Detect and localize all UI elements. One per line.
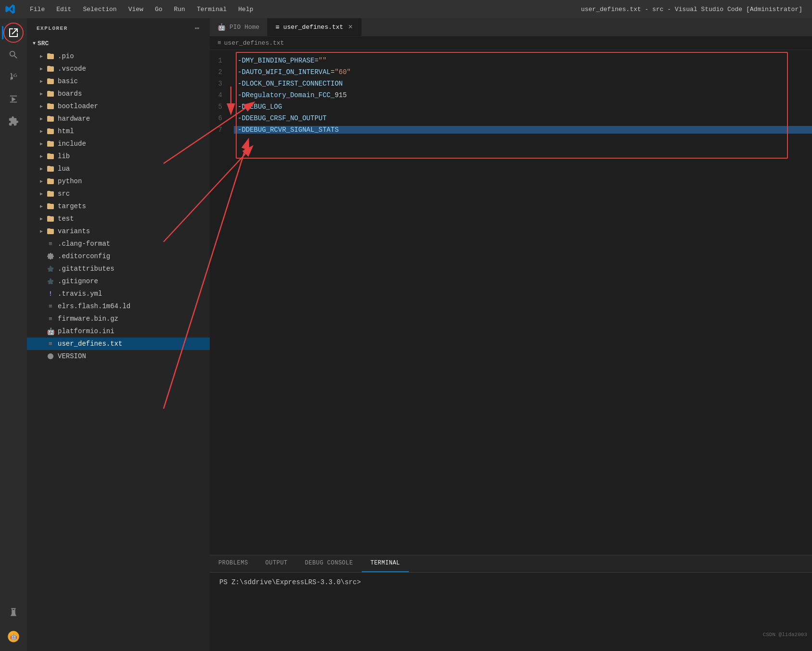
code-line-2: 2-DAUTO_WIFI_ON_INTERVAL="60" bbox=[210, 66, 812, 78]
menu-terminal[interactable]: Terminal bbox=[192, 4, 231, 15]
tree-item-label: platformio.ini bbox=[58, 327, 114, 335]
sidebar-root-src[interactable]: ▼ SRC bbox=[27, 37, 210, 50]
tree-item-label: targets bbox=[58, 202, 86, 210]
run-debug-activity-icon[interactable] bbox=[3, 88, 24, 110]
tab-close-icon[interactable]: × bbox=[347, 23, 354, 32]
sidebar-item-basic[interactable]: ▶basic bbox=[27, 75, 210, 88]
tree-item-label: elrs.flash.1m64.ld bbox=[58, 302, 130, 310]
tree-arrow-icon: ▶ bbox=[37, 126, 46, 136]
panel-tab-output[interactable]: OUTPUT bbox=[257, 555, 296, 572]
code-line-7: 7-DDEBUG_RCVR_SIGNAL_STATS bbox=[210, 124, 812, 136]
sidebar-item-bootloader[interactable]: ▶bootloader bbox=[27, 100, 210, 113]
tree-item-label: test bbox=[58, 215, 74, 223]
sidebar-item-boards[interactable]: ▶boards bbox=[27, 88, 210, 100]
sidebar-item-user-defines-txt[interactable]: ≡user_defines.txt bbox=[27, 338, 210, 350]
sidebar-item--vscode[interactable]: ▶.vscode bbox=[27, 63, 210, 75]
tree-file-icon bbox=[46, 177, 55, 186]
code-lines: 1-DMY_BINDING_PHRASE=""2-DAUTO_WIFI_ON_I… bbox=[210, 55, 812, 136]
sidebar-item-hardware[interactable]: ▶hardware bbox=[27, 113, 210, 125]
watermark: CSDN @lida2003 bbox=[763, 632, 807, 638]
tab-pio-home[interactable]: 🤖 PIO Home bbox=[210, 18, 267, 36]
panel-tab-problems[interactable]: PROBLEMS bbox=[210, 555, 257, 572]
tree-item-label: .clang-format bbox=[58, 240, 110, 248]
sidebar-item--editorconfig[interactable]: .editorconfig bbox=[27, 250, 210, 263]
line-content: -DMY_BINDING_PHRASE="" bbox=[234, 57, 812, 64]
panel-tab-terminal[interactable]: TERMINAL bbox=[362, 555, 409, 572]
tree-file-icon bbox=[46, 189, 55, 198]
tree-file-icon bbox=[46, 102, 55, 111]
sidebar-item-elrs-flash-1m64-ld[interactable]: ≡elrs.flash.1m64.ld bbox=[27, 300, 210, 313]
svg-text:🤖: 🤖 bbox=[10, 633, 17, 640]
tab-user-defines[interactable]: ≡ user_defines.txt × bbox=[267, 18, 362, 36]
pio-activity-icon[interactable]: 🤖 bbox=[3, 626, 24, 647]
menu-help[interactable]: Help bbox=[233, 4, 258, 15]
tree-item-label: user_defines.txt bbox=[58, 340, 122, 348]
tree-item-label: .travis.yml bbox=[58, 290, 102, 298]
sidebar-item--clang-format[interactable]: ≡.clang-format bbox=[27, 238, 210, 250]
tree-arrow-icon bbox=[37, 264, 46, 274]
tree-file-icon bbox=[46, 152, 55, 161]
breadcrumb: ≡ user_defines.txt bbox=[210, 37, 812, 50]
line-number: 1 bbox=[210, 57, 234, 64]
menu-file[interactable]: File bbox=[25, 4, 50, 15]
source-control-activity-icon[interactable] bbox=[3, 66, 24, 88]
search-activity-icon[interactable] bbox=[3, 44, 24, 65]
tree-arrow-icon bbox=[37, 326, 46, 336]
extensions-activity-icon[interactable] bbox=[3, 111, 24, 132]
tree-item-label: .gitignore bbox=[58, 277, 98, 285]
terminal-prompt: PS Z:\sddrive\ExpressLRS-3.3.0\src> bbox=[219, 578, 361, 586]
line-content: -DRegulatory_Domain_FCC_915 bbox=[234, 91, 812, 99]
tree-arrow-icon: ▶ bbox=[37, 151, 46, 161]
tree-item-label: lua bbox=[58, 165, 70, 173]
sidebar-item--gitattributes[interactable]: .gitattributes bbox=[27, 263, 210, 275]
sidebar-root-label: SRC bbox=[38, 40, 49, 47]
sidebar-item-platformio-ini[interactable]: 🤖platformio.ini bbox=[27, 325, 210, 338]
title-bar: File Edit Selection View Go Run Terminal… bbox=[0, 0, 812, 18]
tree-item-label: firmware.bin.gz bbox=[58, 315, 118, 323]
flask-activity-icon[interactable] bbox=[3, 602, 24, 623]
sidebar-item-variants[interactable]: ▶variants bbox=[27, 225, 210, 238]
sidebar-item-lua[interactable]: ▶lua bbox=[27, 163, 210, 175]
line-number: 5 bbox=[210, 103, 234, 111]
tree-file-icon bbox=[46, 127, 55, 136]
sidebar-item-lib[interactable]: ▶lib bbox=[27, 150, 210, 163]
menu-view[interactable]: View bbox=[124, 4, 148, 15]
tree-arrow-icon: ▶ bbox=[37, 176, 46, 186]
tree-arrow-icon: ▶ bbox=[37, 114, 46, 124]
tree-file-icon: 🤖 bbox=[46, 327, 55, 336]
explorer-activity-icon[interactable] bbox=[3, 22, 24, 43]
tree-file-icon bbox=[46, 227, 55, 236]
sidebar-item-src[interactable]: ▶src bbox=[27, 188, 210, 200]
menu-selection[interactable]: Selection bbox=[78, 4, 121, 15]
line-content: -DAUTO_WIFI_ON_INTERVAL="60" bbox=[234, 68, 812, 76]
line-content: -DDEBUG_CRSF_NO_OUTPUT bbox=[234, 114, 812, 122]
sidebar-item-python[interactable]: ▶python bbox=[27, 175, 210, 188]
tree-item-label: include bbox=[58, 140, 86, 148]
sidebar-item--gitignore[interactable]: .gitignore bbox=[27, 275, 210, 288]
menu-run[interactable]: Run bbox=[169, 4, 190, 15]
tree-arrow-icon bbox=[37, 301, 46, 311]
sidebar-more-icon[interactable]: ⋯ bbox=[195, 24, 200, 33]
menu-edit[interactable]: Edit bbox=[51, 4, 76, 15]
tree-file-icon bbox=[46, 139, 55, 148]
menu-bar: File Edit Selection View Go Run Terminal… bbox=[25, 4, 258, 15]
tree-arrow-icon: ▶ bbox=[37, 64, 46, 74]
sidebar-item-html[interactable]: ▶html bbox=[27, 125, 210, 138]
sidebar-item--pio[interactable]: ▶.pio bbox=[27, 50, 210, 63]
terminal-content[interactable]: PS Z:\sddrive\ExpressLRS-3.3.0\src> bbox=[210, 573, 812, 651]
sidebar-item-VERSION[interactable]: VERSION bbox=[27, 350, 210, 363]
tree-arrow-icon: ▶ bbox=[37, 201, 46, 211]
sidebar-item--travis-yml[interactable]: !.travis.yml bbox=[27, 288, 210, 300]
sidebar-item-targets[interactable]: ▶targets bbox=[27, 200, 210, 213]
panel-tab-debug-console[interactable]: DEBUG CONSOLE bbox=[296, 555, 362, 572]
sidebar-item-firmware-bin-gz[interactable]: ≡firmware.bin.gz bbox=[27, 313, 210, 325]
line-number: 2 bbox=[210, 68, 234, 76]
sidebar-item-test[interactable]: ▶test bbox=[27, 213, 210, 225]
breadcrumb-icon: ≡ bbox=[217, 39, 221, 47]
tree-file-icon bbox=[46, 264, 55, 273]
activity-bar: 🤖 bbox=[0, 18, 27, 651]
tree-file-icon bbox=[46, 52, 55, 61]
sidebar-item-include[interactable]: ▶include bbox=[27, 138, 210, 150]
code-editor[interactable]: 1-DMY_BINDING_PHRASE=""2-DAUTO_WIFI_ON_I… bbox=[210, 50, 812, 555]
menu-go[interactable]: Go bbox=[150, 4, 167, 15]
